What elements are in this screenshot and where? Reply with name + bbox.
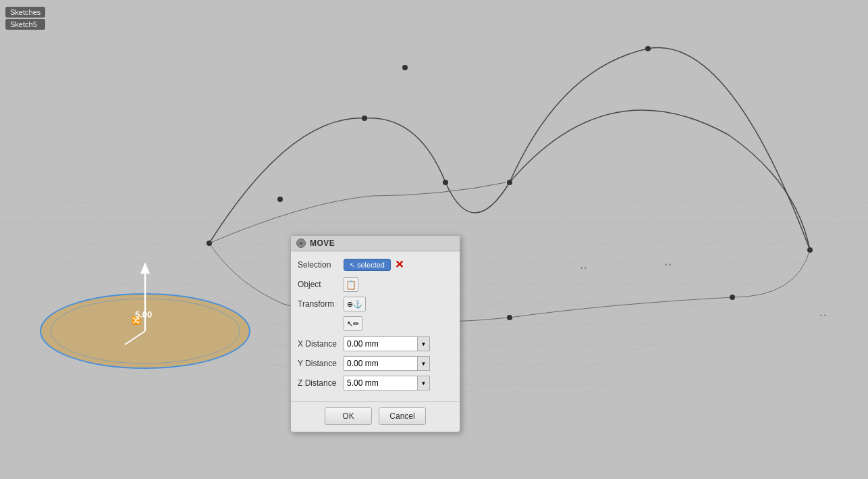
x-distance-input[interactable] xyxy=(344,336,418,351)
z-distance-input-wrap: ▼ xyxy=(344,376,453,390)
transform-pivot-icon: ⊕⚓ xyxy=(347,300,362,309)
svg-line-15 xyxy=(434,68,868,318)
cancel-button[interactable]: Cancel xyxy=(379,407,426,425)
transform-axis-button[interactable]: ↖✏ xyxy=(344,316,362,331)
svg-text:• •: • • xyxy=(820,312,826,319)
move-dialog: ● MOVE Selection ↖ selected ✕ Object xyxy=(290,235,460,432)
transform-area: ⊕⚓ xyxy=(344,297,366,311)
dialog-titlebar: ● MOVE xyxy=(291,236,460,251)
selection-button[interactable]: ↖ selected xyxy=(344,259,391,271)
panel-labels-container: Sketches Sketch5 xyxy=(5,7,45,30)
y-distance-label: Y Distance xyxy=(298,359,344,368)
transform-axis-icon: ↖✏ xyxy=(347,320,359,328)
transform-pivot-button[interactable]: ⊕⚓ xyxy=(344,297,366,311)
svg-text:• •: • • xyxy=(665,261,671,268)
z-distance-input[interactable] xyxy=(344,376,418,390)
y-distance-input-wrap: ▼ xyxy=(344,356,453,371)
sketch5-panel-label[interactable]: Sketch5 xyxy=(5,19,45,30)
selection-row: Selection ↖ selected ✕ xyxy=(298,257,453,273)
y-distance-dropdown[interactable]: ▼ xyxy=(418,356,430,371)
svg-line-12 xyxy=(434,169,868,375)
selection-button-label: selected xyxy=(357,261,385,269)
transform-row: Transform ⊕⚓ xyxy=(298,296,453,312)
object-icon: 📋 xyxy=(346,280,356,290)
svg-point-39 xyxy=(507,315,512,320)
svg-point-32 xyxy=(402,65,408,70)
svg-line-13 xyxy=(434,135,868,358)
dialog-close-button[interactable]: ● xyxy=(296,238,306,248)
object-row: Object 📋 xyxy=(298,276,453,293)
clear-selection-button[interactable]: ✕ xyxy=(394,259,405,270)
svg-point-30 xyxy=(207,241,212,246)
svg-text:• •: • • xyxy=(580,265,587,272)
object-button[interactable]: 📋 xyxy=(344,277,358,292)
svg-point-34 xyxy=(507,180,512,185)
z-distance-label: Z Distance xyxy=(298,378,344,388)
3d-viewport[interactable]: 🔀 5.00 • • • • • • Sketches Sketch5 ● MO… xyxy=(0,0,868,479)
dialog-title: MOVE xyxy=(310,238,335,248)
x-distance-row: X Distance ▼ xyxy=(298,336,453,352)
selection-label: Selection xyxy=(298,260,344,270)
x-distance-label: X Distance xyxy=(298,339,344,349)
svg-point-35 xyxy=(277,197,283,202)
sketches-panel-label[interactable]: Sketches xyxy=(5,7,45,18)
object-label: Object xyxy=(298,280,344,289)
transform-row2: ↖✏ xyxy=(344,316,453,332)
svg-line-16 xyxy=(434,34,868,297)
svg-point-33 xyxy=(645,46,651,51)
dialog-body: Selection ↖ selected ✕ Object 📋 Trans xyxy=(291,251,460,401)
dialog-footer: OK Cancel xyxy=(291,401,460,432)
selection-area: ↖ selected ✕ xyxy=(344,259,453,271)
svg-point-37 xyxy=(730,295,735,300)
svg-point-31 xyxy=(362,116,367,121)
y-distance-input[interactable] xyxy=(344,356,418,371)
z-distance-row: Z Distance ▼ xyxy=(298,375,453,391)
x-distance-dropdown[interactable]: ▼ xyxy=(418,336,430,351)
svg-point-36 xyxy=(443,180,448,185)
transform-label: Transform xyxy=(298,299,344,309)
transform-area2: ↖✏ xyxy=(344,316,362,331)
svg-line-19 xyxy=(434,338,868,459)
selection-cursor-icon: ↖ xyxy=(350,261,355,269)
z-distance-dropdown[interactable]: ▼ xyxy=(418,376,430,390)
ok-button[interactable]: OK xyxy=(325,407,372,425)
svg-marker-44 xyxy=(140,262,150,274)
y-distance-row: Y Distance ▼ xyxy=(298,355,453,372)
svg-line-10 xyxy=(434,236,868,405)
x-distance-input-wrap: ▼ xyxy=(344,336,453,351)
svg-point-38 xyxy=(807,247,813,253)
disc-value-label: 5.00 xyxy=(135,309,152,320)
